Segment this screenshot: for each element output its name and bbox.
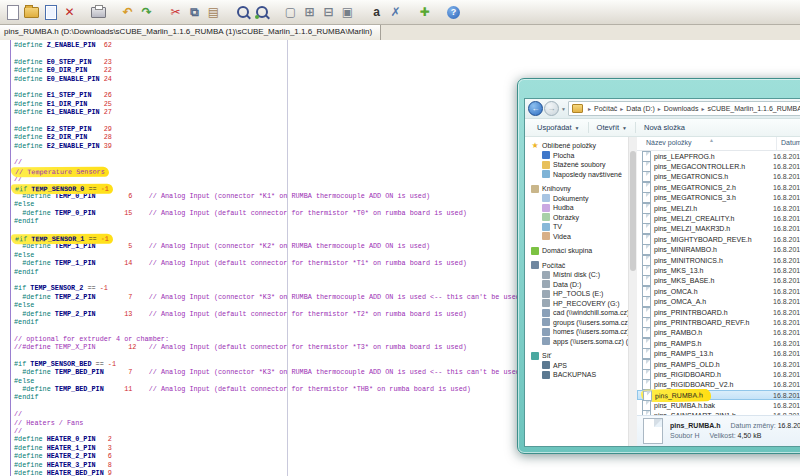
file-name: pins_LEAPFROG.h: [654, 153, 715, 160]
file-icon: [642, 369, 651, 380]
file-row[interactable]: pins_RAMBO.h16.8.2018 13:57: [637, 328, 800, 338]
sidebar-item[interactable]: groups (\\users.soma.cz): [525, 318, 628, 328]
sidebar-item[interactable]: ★Oblíbené položky: [525, 141, 628, 151]
sidebar-item[interactable]: cad (\\windchill.soma.cz): [525, 308, 628, 318]
breadcrumb-item[interactable]: Počítač: [594, 105, 617, 112]
file-date: 16.8.2018 13:57: [769, 319, 800, 326]
settings-icon[interactable]: ✗: [386, 3, 405, 22]
redo-icon[interactable]: ↷: [137, 3, 156, 22]
sidebar-item[interactable]: Obrázky: [525, 213, 628, 223]
split-window-icon[interactable]: ⊞: [300, 3, 319, 22]
file-name: pins_MEGATRONICS_3.h: [654, 194, 736, 201]
spell-check-icon[interactable]: a: [367, 3, 386, 22]
new-file-icon[interactable]: [3, 3, 22, 22]
file-row[interactable]: pins_RAMPS_OLD.h16.8.2018 13:57: [637, 359, 800, 369]
file-row[interactable]: pins_MEGATRONICS_2.h16.8.2018 13:57: [637, 182, 800, 192]
close-file-icon[interactable]: ✕: [60, 3, 79, 22]
file-row[interactable]: pins_MELZI_CREALITY.h16.8.2018 13:57: [637, 213, 800, 223]
help-icon[interactable]: ?: [444, 3, 463, 22]
new-window-icon[interactable]: ▢: [281, 3, 300, 22]
file-name: pins_RUMBA.h.bak: [654, 402, 715, 409]
paste-icon[interactable]: ▤: [204, 3, 223, 22]
sidebar-item[interactable]: Videa: [525, 232, 628, 242]
back-button[interactable]: ←: [528, 101, 543, 116]
sidebar-item[interactable]: homes (\\users.soma.cz): [525, 327, 628, 337]
sidebar-item[interactable]: Domácí skupina: [525, 246, 628, 256]
file-row[interactable]: pins_MINIRAMBO.h16.8.2018 13:57: [637, 245, 800, 255]
organize-button[interactable]: Uspořádat▼: [531, 121, 586, 134]
file-row[interactable]: pins_MEGACONTROLLER.h16.8.2018 13:57: [637, 161, 800, 171]
file-row[interactable]: pins_MELZI.h16.8.2018 13:57: [637, 203, 800, 213]
file-tab[interactable]: pins_RUMBA.h (D:\Downloads\sCUBE_Marlin_…: [0, 25, 381, 40]
nav-history-dropdown-icon[interactable]: ▼: [561, 106, 566, 112]
sidebar-item[interactable]: Plocha: [525, 151, 628, 161]
sidebar-item[interactable]: Místní disk (C:): [525, 270, 628, 280]
sidebar-item[interactable]: HP_TOOLS (E:): [525, 289, 628, 299]
find-icon[interactable]: [233, 3, 252, 22]
file-row[interactable]: pins_MINITRONICS.h16.8.2018 13:57: [637, 255, 800, 265]
find-in-files-icon[interactable]: [252, 3, 271, 22]
file-row[interactable]: pins_RUMBA.h16.8.2018 13:57: [637, 390, 800, 400]
breadcrumb-item[interactable]: Downloads: [664, 105, 699, 112]
file-row[interactable]: pins_SAINSMART_2IN1.h16.8.2018 13:57: [637, 411, 800, 415]
file-row[interactable]: pins_RUMBA.h.bak16.8.2018 13:57: [637, 400, 800, 410]
sidebar-item[interactable]: TV: [525, 222, 628, 232]
breadcrumb-item[interactable]: sCUBE_Marlin_1.1.6_RUMBA (1): [707, 105, 800, 112]
file-row[interactable]: pins_RIGIDBOARD.h16.8.2018 13:57: [637, 369, 800, 379]
file-row[interactable]: pins_RAMPS.h16.8.2018 13:57: [637, 338, 800, 348]
sidebar-item[interactable]: BACKUPNAS: [525, 370, 628, 380]
sidebar-scrollbar[interactable]: [628, 137, 637, 446]
sidebar-item[interactable]: Počítač: [525, 261, 628, 271]
sidebar-item[interactable]: apps (\\users.soma.cz) (Z: [525, 337, 628, 347]
column-headers: Název položky ▲ Datum změny: [637, 137, 800, 151]
file-row[interactable]: pins_MIGHTYBOARD_REVE.h16.8.2018 13:57: [637, 234, 800, 244]
forward-button[interactable]: →: [544, 101, 559, 116]
open-button[interactable]: Otevřít▼: [591, 121, 633, 134]
file-name: pins_PRINTRBOARD.h: [654, 309, 728, 316]
sidebar-item[interactable]: Data (D:): [525, 280, 628, 290]
sidebar-item-label: TV: [553, 223, 562, 230]
sidebar-item[interactable]: HP_RECOVERY (G:): [525, 299, 628, 309]
new-folder-button[interactable]: Nová složka: [638, 121, 691, 134]
file-name: pins_RIGIDBOARD.h: [654, 371, 721, 378]
music-icon: [542, 204, 550, 212]
file-row[interactable]: pins_PRINTRBOARD_REVF.h16.8.2018 13:57: [637, 317, 800, 327]
sidebar-item[interactable]: Naposledy navštívené: [525, 170, 628, 180]
sidebar-item[interactable]: Síť: [525, 351, 628, 361]
copy-icon[interactable]: ⧉: [185, 3, 204, 22]
file-row[interactable]: pins_MELZI_MAKR3D.h16.8.2018 13:57: [637, 224, 800, 234]
sidebar-item[interactable]: Hudba: [525, 203, 628, 213]
file-row[interactable]: pins_RAMPS_13.h16.8.2018 13:57: [637, 348, 800, 358]
tile-windows-icon[interactable]: ▣: [338, 3, 357, 22]
sidebar-item-label: Hudba: [553, 204, 574, 211]
file-row[interactable]: pins_MKS_13.h16.8.2018 13:57: [637, 265, 800, 275]
cascade-windows-icon[interactable]: ⊟: [319, 3, 338, 22]
open-file-icon[interactable]: [22, 3, 41, 22]
file-row[interactable]: pins_MEGATRONICS.h16.8.2018 13:57: [637, 172, 800, 182]
column-header-date[interactable]: Datum změny: [777, 137, 800, 150]
print-icon[interactable]: [89, 3, 108, 22]
file-row[interactable]: pins_OMCA_A.h16.8.2018 13:57: [637, 296, 800, 306]
chevron-down-icon: ▼: [575, 125, 580, 131]
sidebar-item[interactable]: Dokumenty: [525, 194, 628, 204]
cut-icon[interactable]: ✂: [166, 3, 185, 22]
file-name: pins_RAMPS_13.h: [654, 350, 713, 357]
file-row[interactable]: pins_MEGATRONICS_3.h16.8.2018 13:57: [637, 193, 800, 203]
file-row[interactable]: pins_PRINTRBOARD.h16.8.2018 13:57: [637, 307, 800, 317]
file-row[interactable]: pins_LEAPFROG.h16.8.2018 13:57: [637, 151, 800, 161]
file-row[interactable]: pins_OMCA.h16.8.2018 13:57: [637, 286, 800, 296]
file-row[interactable]: pins_MKS_BASE.h16.8.2018 13:57: [637, 276, 800, 286]
sidebar-item-label: Síť: [542, 352, 551, 359]
scrollbar-thumb[interactable]: [630, 151, 636, 271]
plugins-icon[interactable]: ✚: [415, 3, 434, 22]
sidebar-item[interactable]: Stažené soubory: [525, 160, 628, 170]
undo-icon[interactable]: ↶: [118, 3, 137, 22]
column-header-name[interactable]: Název položky ▲: [637, 137, 777, 150]
sidebar-item[interactable]: APS: [525, 361, 628, 371]
breadcrumb[interactable]: ▸Počítač▸Data (D:)▸Downloads▸sCUBE_Marli…: [568, 101, 800, 116]
drive-icon: [542, 280, 550, 288]
save-file-icon[interactable]: [41, 3, 60, 22]
file-icon: [642, 192, 651, 203]
sidebar-item[interactable]: Knihovny: [525, 184, 628, 194]
breadcrumb-item[interactable]: Data (D:): [626, 105, 654, 112]
